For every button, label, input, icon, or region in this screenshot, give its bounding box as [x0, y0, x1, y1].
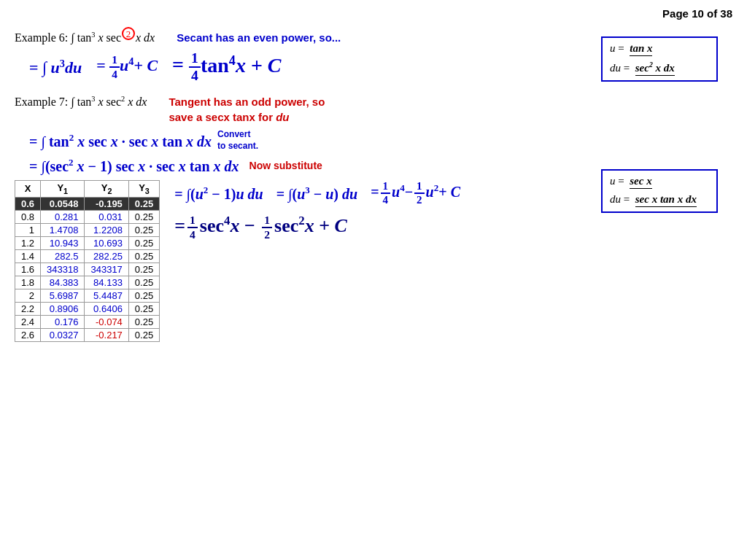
example7-note: Tangent has an odd power, sosave a secx … [169, 94, 325, 125]
data-table-container: X Y1 Y2 Y3 0.60.0548-0.1950.250.80.2810.… [15, 180, 160, 342]
data-table: X Y1 Y2 Y3 0.60.0548-0.1950.250.80.2810.… [15, 180, 160, 342]
col-y1: Y1 [41, 181, 85, 198]
box7-du-val: sec x tan x dx [635, 193, 697, 207]
ex7-s3b: = ∫(u3 − u) du [276, 184, 358, 203]
box7-du: du = sec x tan x dx [610, 193, 709, 207]
annotation-boxes: u = tan x du = sec2 x dx u = sec x du = … [601, 36, 718, 222]
col-y3: Y3 [128, 181, 159, 198]
box6-du-val: sec2 x dx [635, 61, 675, 76]
ex7-s3c: =14u4−12u2+ C [371, 180, 460, 206]
now-substitute-label: Now substitute [249, 160, 322, 171]
page-header: Page 10 of 38 [15, 7, 732, 20]
ex6-step2: = 14u4+ C [96, 53, 158, 81]
box7-u: u = sec x [610, 175, 709, 189]
box6-u: u = tan x [610, 42, 709, 56]
box-example7: u = sec x du = sec x tan x dx [601, 169, 718, 213]
ex6-step1: = ∫ u3du [29, 58, 82, 77]
example7-label: Example 7: ∫ tan3 x sec2 x dx [15, 95, 147, 109]
box7-u-val: sec x [630, 175, 651, 189]
example6-note: Secant has an even power, so... [177, 31, 341, 44]
col-x: X [15, 181, 41, 198]
ex7-s3a: = ∫(u2 − 1)u du [174, 184, 263, 203]
ex7-step1-math: = ∫ tan2 x sec x · sec x tan x dx [29, 132, 212, 150]
box-example6: u = tan x du = sec2 x dx [601, 36, 718, 82]
ex6-step3: = 14tan4x + C [172, 50, 281, 84]
convert-label: Convertto secant. [217, 129, 258, 152]
header-right: Page 10 of 38 [662, 7, 732, 20]
box6-du: du = sec2 x dx [610, 61, 709, 76]
ex7-step2-math: = ∫(sec2 x − 1) sec x · sec x tan x dx [29, 157, 239, 175]
col-y2: Y2 [85, 181, 128, 198]
example6-label: Example 6: ∫ tan3 x sec2x dx [15, 27, 155, 44]
box6-u-val: tan x [630, 42, 652, 56]
